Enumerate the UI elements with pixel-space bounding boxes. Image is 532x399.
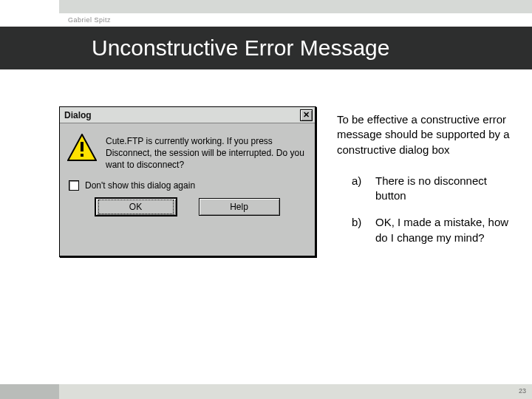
list-item-text: OK, I made a mistake, how do I change my… xyxy=(375,215,511,245)
close-icon[interactable]: ✕ xyxy=(300,109,313,121)
page-number: 23 xyxy=(519,387,526,395)
error-dialog: Dialog ✕ Cute.FTP is currently working. … xyxy=(59,106,316,257)
ok-button-label: OK xyxy=(98,200,174,214)
list-item-text: There is no disconnect button xyxy=(375,174,511,204)
explanation-panel: To be effective a constructive error mes… xyxy=(337,106,517,257)
warning-icon xyxy=(67,134,97,162)
dialog-body: Cute.FTP is currently working. If you pr… xyxy=(60,123,315,177)
dialog-title-text: Dialog xyxy=(64,110,92,120)
list-item: a) There is no disconnect button xyxy=(352,174,511,204)
footer-main: 23 xyxy=(59,384,532,399)
svg-rect-1 xyxy=(81,142,83,151)
svg-rect-2 xyxy=(81,154,83,157)
help-button[interactable]: Help xyxy=(199,198,280,216)
dialog-checkbox-row: Don't show this dialog again xyxy=(60,177,315,197)
explanation-list: a) There is no disconnect button b) OK, … xyxy=(337,174,511,245)
dont-show-label: Don't show this dialog again xyxy=(85,180,195,191)
slide-title: Unconstructive Error Message xyxy=(0,27,532,69)
slide-content: Dialog ✕ Cute.FTP is currently working. … xyxy=(0,69,532,257)
list-item-label: b) xyxy=(352,215,368,245)
list-item-label: a) xyxy=(352,174,368,204)
dont-show-checkbox[interactable] xyxy=(69,180,79,191)
dialog-message: Cute.FTP is currently working. If you pr… xyxy=(106,134,306,171)
explanation-main-text: To be effective a constructive error mes… xyxy=(337,112,511,157)
ok-button[interactable]: OK xyxy=(95,198,177,216)
dialog-titlebar: Dialog ✕ xyxy=(60,107,315,123)
top-accent-bar xyxy=(59,0,532,13)
dialog-button-row: OK Help xyxy=(60,197,315,226)
footer-accent xyxy=(0,384,59,399)
author-name: Gabriel Spitz xyxy=(0,13,532,27)
list-item: b) OK, I made a mistake, how do I change… xyxy=(352,215,511,245)
footer-bar: 23 xyxy=(0,384,532,399)
